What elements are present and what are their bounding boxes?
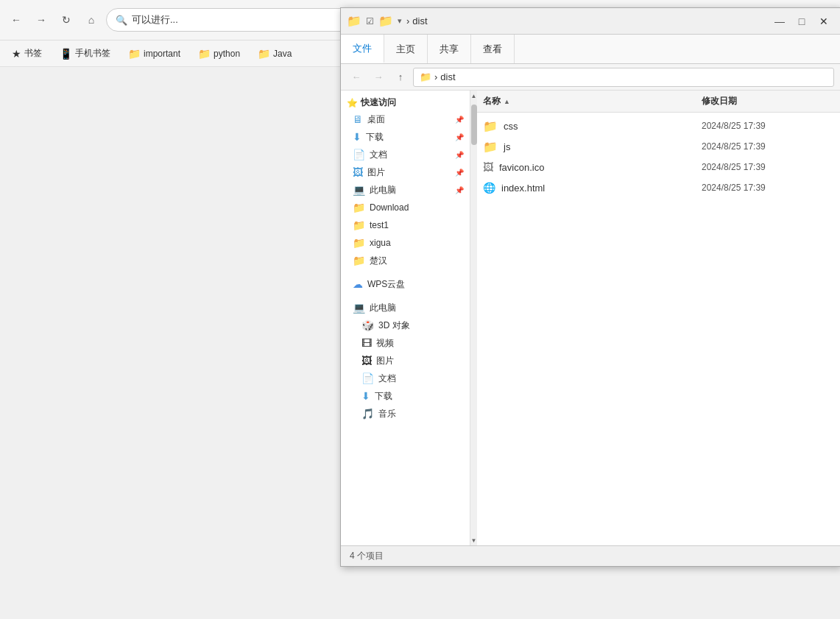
file-item-index[interactable]: 🌐 index.html 2024/8/25 17:39 [477, 177, 840, 198]
sidebar-item-pictures[interactable]: 🖼 图片 📌 [341, 163, 470, 181]
bookmark-item-java[interactable]: 📁 Java [252, 46, 297, 61]
ribbon-tab-home[interactable]: 主页 [384, 35, 428, 63]
this-pc-section: 💻 此电脑 🎲 3D 对象 🎞 视频 🖼 图片 [341, 296, 470, 425]
sidebar-item-this-pc-quick[interactable]: 💻 此电脑 📌 [341, 181, 470, 199]
bookmark-item-mobile[interactable]: 📱 手机书签 [54, 46, 116, 61]
up-nav-button[interactable]: ↑ [391, 68, 410, 87]
path-folder-icon: 📁 [420, 71, 431, 82]
sidebar-item-test1[interactable]: 📁 test1 [341, 216, 470, 234]
pictures-icon-pc: 🖼 [361, 355, 372, 367]
star-icon-sidebar: ⭐ [347, 98, 358, 108]
bookmark-label: 书签 [24, 47, 42, 60]
bookmark-label-java: Java [273, 49, 292, 59]
wps-icon: ☁ [353, 278, 363, 290]
path-current: dist [412, 15, 427, 26]
path-separator-nav: › [434, 71, 437, 82]
bookmark-item-important[interactable]: 📁 important [122, 46, 186, 61]
nav-toolbar: ← → ↑ 📁 › dist [341, 64, 840, 91]
address-text: 可以进行... [132, 13, 178, 26]
bookmark-label-python: python [213, 49, 240, 59]
folder-icon-css: 📁 [483, 119, 498, 133]
refresh-button[interactable]: ↻ [56, 10, 77, 30]
download-icon-sidebar: ⬇ [353, 131, 361, 143]
folder-icon-python: 📁 [198, 48, 211, 60]
sidebar-container: ⭐ 快速访问 🖥 桌面 📌 ⬇ 下载 📌 📄 [341, 91, 477, 545]
folder-icon-chuhan: 📁 [353, 255, 365, 266]
maximize-button[interactable]: □ [791, 11, 812, 32]
path-separator: › [406, 15, 409, 26]
ribbon-tab-view[interactable]: 查看 [471, 35, 515, 63]
file-date-index: 2024/8/25 17:39 [702, 183, 834, 193]
folder-icon-title2: 📁 [378, 14, 393, 28]
folder-icon-xigua: 📁 [353, 237, 365, 249]
forward-nav-button[interactable]: → [369, 68, 388, 87]
scroll-thumb[interactable] [471, 105, 477, 145]
docs-icon-pc: 📄 [361, 372, 374, 384]
sidebar-item-downloads-pc[interactable]: ⬇ 下载 [341, 387, 470, 405]
home-button[interactable]: ⌂ [81, 10, 102, 30]
file-date-css: 2024/8/25 17:39 [702, 121, 834, 131]
sidebar-item-wps[interactable]: ☁ WPS云盘 [341, 275, 470, 293]
folder-icon-title: 📁 [347, 14, 361, 28]
scroll-up-arrow[interactable]: ▲ [470, 91, 478, 101]
dropdown-icon[interactable]: ▾ [398, 16, 402, 26]
folder-icon-java: 📁 [258, 48, 270, 60]
file-item-favicon[interactable]: 🖼 favicon.ico 2024/8/25 17:39 [477, 157, 840, 177]
file-date-favicon: 2024/8/25 17:39 [702, 162, 834, 172]
download-icon-pc: ⬇ [361, 390, 370, 402]
bookmark-item-python[interactable]: 📁 python [192, 46, 246, 61]
scroll-track[interactable] [470, 101, 478, 535]
title-bar-path: › dist [406, 15, 428, 26]
sidebar-item-chuhan[interactable]: 📁 楚汉 [341, 252, 470, 269]
file-list-header: 名称 ▲ 修改日期 [477, 91, 840, 113]
sidebar-item-desktop[interactable]: 🖥 桌面 📌 [341, 110, 470, 128]
quick-access-section: ⭐ 快速访问 🖥 桌面 📌 ⬇ 下载 📌 📄 [341, 91, 470, 272]
file-item-js[interactable]: 📁 js 2024/8/25 17:39 [477, 136, 840, 157]
mobile-icon: 📱 [60, 48, 72, 60]
main-content: ⭐ 快速访问 🖥 桌面 📌 ⬇ 下载 📌 📄 [341, 91, 840, 545]
computer-icon: 💻 [353, 184, 365, 196]
sort-arrow: ▲ [504, 98, 510, 105]
minimize-button[interactable]: — [769, 11, 790, 32]
sidebar-item-music[interactable]: 🎵 音乐 [341, 405, 470, 422]
scroll-down-arrow[interactable]: ▼ [470, 535, 478, 545]
forward-button[interactable]: → [31, 10, 52, 30]
star-icon: ★ [12, 48, 21, 60]
html-icon: 🌐 [483, 182, 495, 194]
computer-icon-sidebar: 💻 [353, 302, 365, 314]
docs-icon: 📄 [353, 149, 365, 160]
sidebar-item-download-folder[interactable]: 📁 Download [341, 199, 470, 216]
close-button[interactable]: ✕ [813, 11, 834, 32]
bookmark-label-mobile: 手机书签 [75, 47, 110, 60]
path-bar[interactable]: 📁 › dist [413, 68, 834, 87]
file-list: 名称 ▲ 修改日期 📁 css 2024/8/25 17:39 📁 js 202… [477, 91, 840, 545]
sidebar-item-downloads[interactable]: ⬇ 下载 📌 [341, 128, 470, 146]
wps-section: ☁ WPS云盘 [341, 272, 470, 296]
bookmark-item-bookmarks[interactable]: ★ 书签 [6, 46, 48, 61]
file-date-js: 2024/8/25 17:39 [702, 141, 834, 152]
pin-icon-pictures: 📌 [455, 169, 464, 177]
file-items: 📁 css 2024/8/25 17:39 📁 js 2024/8/25 17:… [477, 113, 840, 545]
sidebar-item-this-pc[interactable]: 💻 此电脑 [341, 299, 470, 316]
status-text: 4 个项目 [350, 550, 384, 562]
quick-access-header: ⭐ 快速访问 [341, 93, 470, 110]
file-name-favicon: favicon.ico [499, 162, 696, 173]
back-button[interactable]: ← [6, 10, 27, 30]
col-date-header: 修改日期 [702, 95, 834, 107]
sidebar-scrollbar[interactable]: ▲ ▼ [470, 91, 477, 545]
sidebar-item-xigua[interactable]: 📁 xigua [341, 234, 470, 252]
title-bar: 📁 ☑ 📁 ▾ › dist — □ ✕ [341, 8, 840, 35]
back-nav-button[interactable]: ← [347, 68, 366, 87]
sidebar-item-pictures-pc[interactable]: 🖼 图片 [341, 352, 470, 369]
file-item-css[interactable]: 📁 css 2024/8/25 17:39 [477, 116, 840, 136]
sidebar-item-video[interactable]: 🎞 视频 [341, 334, 470, 352]
sidebar-item-docs-pc[interactable]: 📄 文档 [341, 369, 470, 387]
ribbon-tab-share[interactable]: 共享 [428, 35, 471, 63]
ribbon-tab-file[interactable]: 文件 [341, 35, 384, 63]
col-name-header: 名称 ▲ [483, 95, 702, 107]
video-icon: 🎞 [361, 337, 372, 349]
file-name-js: js [504, 141, 696, 152]
sidebar-item-3d[interactable]: 🎲 3D 对象 [341, 316, 470, 334]
sidebar-item-documents[interactable]: 📄 文档 📌 [341, 146, 470, 163]
pin-icon-downloads: 📌 [455, 133, 464, 141]
